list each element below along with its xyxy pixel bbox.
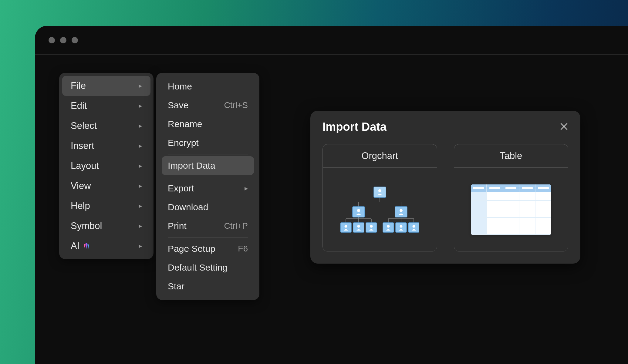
menu-item-label: AI xyxy=(71,241,90,251)
menu-item-symbol[interactable]: Symbol ▸ xyxy=(62,216,150,236)
orgchart-icon xyxy=(340,184,419,235)
dialog-title: Import Data xyxy=(322,120,387,133)
svg-point-9 xyxy=(344,225,347,228)
submenu-label: Page Setup xyxy=(168,244,215,254)
chevron-right-icon: ▸ xyxy=(139,182,142,190)
window-titlebar xyxy=(35,26,628,55)
close-window-button[interactable] xyxy=(49,37,55,43)
close-dialog-button[interactable] xyxy=(560,122,568,133)
minimize-window-button[interactable] xyxy=(60,37,66,43)
submenu-rename[interactable]: Rename xyxy=(162,115,254,133)
submenu-export[interactable]: Export ▸ xyxy=(162,179,254,198)
menu-item-label: Symbol xyxy=(71,221,102,231)
svg-point-11 xyxy=(357,225,360,228)
menu-item-select[interactable]: Select ▸ xyxy=(62,116,150,136)
menu-item-view[interactable]: View ▸ xyxy=(62,176,150,196)
option-body xyxy=(454,168,568,251)
submenu-print[interactable]: Print Ctrl+P xyxy=(162,217,254,235)
menu-item-label: Insert xyxy=(71,140,94,151)
menu-item-edit[interactable]: Edit ▸ xyxy=(62,96,150,116)
chevron-right-icon: ▸ xyxy=(139,122,142,130)
menu-item-text: AI xyxy=(71,241,79,251)
submenu-label: Default Setting xyxy=(168,262,228,273)
menu-item-file[interactable]: File ▸ xyxy=(62,76,150,96)
table-icon xyxy=(471,184,551,235)
close-icon xyxy=(560,122,568,131)
dialog-header: Import Data xyxy=(322,120,568,133)
submenu-label: Export xyxy=(168,183,194,194)
import-option-orgchart[interactable]: Orgchart xyxy=(322,144,437,251)
chevron-right-icon: ▸ xyxy=(139,242,142,250)
submenu-home[interactable]: Home xyxy=(162,77,254,96)
submenu-encrypt[interactable]: Encrypt xyxy=(162,133,254,152)
submenu-star[interactable]: Star xyxy=(162,277,254,296)
svg-point-17 xyxy=(400,225,402,228)
primary-menu: File ▸ Edit ▸ Select ▸ Insert ▸ Layout ▸… xyxy=(59,73,154,259)
submenu-label: Rename xyxy=(168,119,202,129)
chevron-right-icon: ▸ xyxy=(139,142,142,150)
option-title: Orgchart xyxy=(323,144,437,168)
option-body xyxy=(323,168,437,251)
submenu-label: Print xyxy=(168,221,187,231)
submenu-divider xyxy=(168,154,248,154)
chevron-right-icon: ▸ xyxy=(139,162,142,170)
submenu-label: Import Data xyxy=(168,160,215,171)
submenu-label: Home xyxy=(168,81,192,92)
maximize-window-button[interactable] xyxy=(72,37,78,43)
menu-item-label: Edit xyxy=(71,100,87,111)
chevron-right-icon: ▸ xyxy=(139,202,142,210)
submenu-shortcut: Ctrl+P xyxy=(224,221,248,231)
submenu-save[interactable]: Save Ctrl+S xyxy=(162,96,254,115)
submenu-download[interactable]: Download xyxy=(162,198,254,217)
option-title: Table xyxy=(454,144,568,168)
svg-point-13 xyxy=(370,225,373,228)
submenu-divider xyxy=(168,177,248,177)
chevron-right-icon: ▸ xyxy=(245,184,248,192)
menu-item-layout[interactable]: Layout ▸ xyxy=(62,156,150,176)
menu-item-label: Layout xyxy=(71,160,99,171)
svg-point-7 xyxy=(400,209,403,212)
submenu-divider xyxy=(168,237,248,238)
submenu-import-data[interactable]: Import Data xyxy=(162,156,254,175)
chevron-right-icon: ▸ xyxy=(139,222,142,230)
menu-item-label: File xyxy=(71,80,86,91)
chevron-right-icon: ▸ xyxy=(139,102,142,110)
menu-item-ai[interactable]: AI ▸ xyxy=(62,236,150,256)
submenu-label: Save xyxy=(168,100,188,110)
menu-item-label: View xyxy=(71,180,91,191)
traffic-lights xyxy=(49,37,78,43)
dialog-options: Orgchart xyxy=(322,144,568,251)
submenu-label: Download xyxy=(168,202,208,212)
svg-point-15 xyxy=(387,225,390,228)
ai-sparkle-icon xyxy=(83,242,90,250)
import-option-table[interactable]: Table xyxy=(454,144,569,251)
content-area: File ▸ Edit ▸ Select ▸ Insert ▸ Layout ▸… xyxy=(35,55,628,364)
submenu-shortcut: F6 xyxy=(238,244,248,254)
submenu-label: Star xyxy=(168,281,184,292)
file-submenu: Home Save Ctrl+S Rename Encrypt Import D… xyxy=(156,73,259,300)
import-data-dialog: Import Data Orgchart xyxy=(310,111,580,264)
submenu-shortcut: Ctrl+S xyxy=(224,100,248,110)
svg-point-5 xyxy=(357,209,360,212)
menu-item-label: Select xyxy=(71,120,97,131)
app-window: File ▸ Edit ▸ Select ▸ Insert ▸ Layout ▸… xyxy=(35,26,628,364)
menu-item-help[interactable]: Help ▸ xyxy=(62,196,150,216)
svg-point-3 xyxy=(378,189,381,192)
menu-item-insert[interactable]: Insert ▸ xyxy=(62,136,150,156)
chevron-right-icon: ▸ xyxy=(139,82,142,90)
submenu-default-setting[interactable]: Default Setting xyxy=(162,258,254,277)
svg-point-19 xyxy=(412,225,415,228)
submenu-label: Encrypt xyxy=(168,138,199,148)
submenu-page-setup[interactable]: Page Setup F6 xyxy=(162,239,254,258)
menu-item-label: Help xyxy=(71,201,90,211)
